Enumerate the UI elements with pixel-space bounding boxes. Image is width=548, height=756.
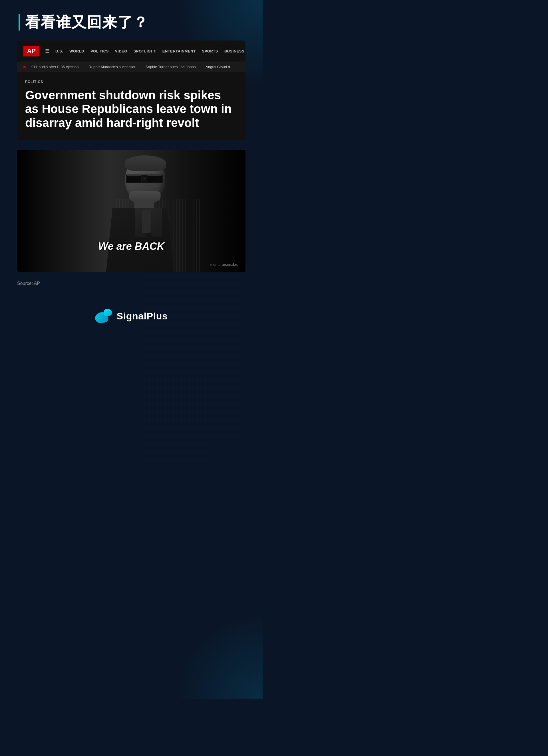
ticker-item-2[interactable]: Rupert Murdoch's successor <box>89 65 135 69</box>
ap-logo: AP <box>23 46 39 56</box>
nav-item-video[interactable]: VIDEO <box>115 49 127 53</box>
ap-content: POLITICS Government shutdown risk spikes… <box>17 72 245 140</box>
glow-bottom-right <box>177 613 262 699</box>
source-label: Source: AP <box>17 281 245 286</box>
meme-caption: We are BACK <box>98 240 164 252</box>
terminator-scene: We are BACK meme-arsenal.ru <box>17 150 245 272</box>
meme-caption-text: We are BACK <box>98 240 164 252</box>
nav-item-business[interactable]: BUSINESS <box>224 49 244 53</box>
brand-name: SignalPlus <box>117 311 168 322</box>
article-category: POLITICS <box>25 80 237 84</box>
ticker-dot <box>23 66 26 68</box>
nav-item-sports[interactable]: SPORTS <box>202 49 218 53</box>
ticker-item-4[interactable]: Angus Cloud d <box>205 65 230 69</box>
nav-item-world[interactable]: WORLD <box>69 49 84 53</box>
page-title: 看看谁又回来了？ <box>25 14 245 31</box>
nav-item-politics[interactable]: POLITICS <box>90 49 109 53</box>
sunglasses <box>126 175 163 183</box>
title-section: 看看谁又回来了？ <box>17 14 245 31</box>
ap-news-card: AP ☰ U.S. WORLD POLITICS VIDEO SPOTLIGHT… <box>17 40 245 140</box>
article-headline: Government shutdown risk spikes as House… <box>25 88 237 130</box>
hair-shape <box>125 155 166 171</box>
nav-item-entertainment[interactable]: ENTERTAINMENT <box>162 49 196 53</box>
hamburger-icon[interactable]: ☰ <box>45 48 50 54</box>
nav-item-us[interactable]: U.S. <box>55 49 63 53</box>
signalplus-logo <box>95 309 112 323</box>
shirt-shape <box>142 210 151 233</box>
ap-nav: U.S. WORLD POLITICS VIDEO SPOTLIGHT ENTE… <box>55 49 245 53</box>
ticker-item-3[interactable]: Sophie Turner sues Joe Jonas <box>145 65 196 69</box>
ticker-item-1[interactable]: 911 audio after F-35 ejection <box>31 65 79 69</box>
ticker-items: 911 audio after F-35 ejection Rupert Mur… <box>31 65 230 69</box>
meme-container: We are BACK meme-arsenal.ru <box>17 150 245 272</box>
meme-card: We are BACK meme-arsenal.ru <box>17 150 245 272</box>
meme-watermark: meme-arsenal.ru <box>210 262 238 267</box>
footer: SignalPlus <box>17 303 245 329</box>
nav-item-spotlight[interactable]: SPOTLIGHT <box>133 49 156 53</box>
ap-header: AP ☰ U.S. WORLD POLITICS VIDEO SPOTLIGHT… <box>17 40 245 62</box>
terminator-figure <box>83 151 203 271</box>
ap-ticker: 911 audio after F-35 ejection Rupert Mur… <box>17 62 245 72</box>
